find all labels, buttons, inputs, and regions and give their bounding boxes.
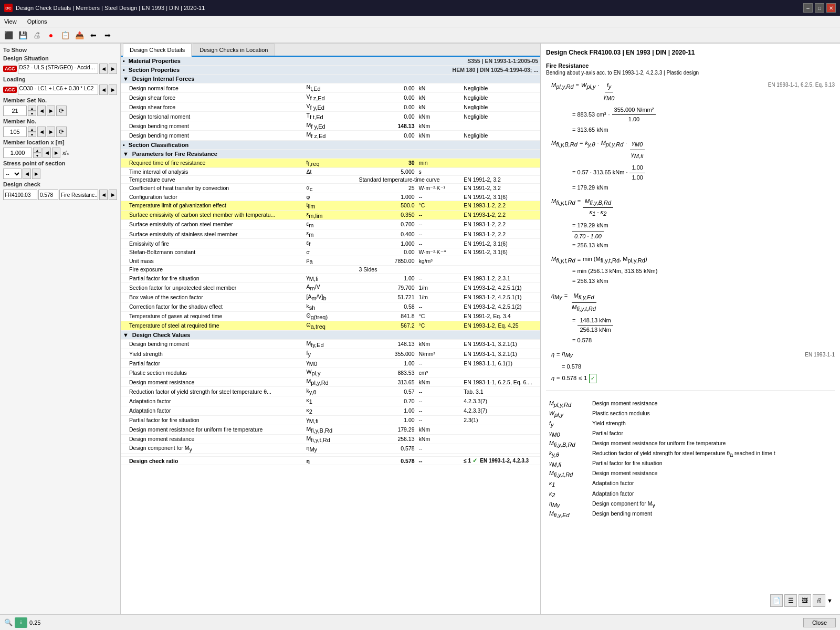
xloc-up[interactable]: ▲ [33,148,41,153]
mn-nav-down[interactable]: ▼ [28,132,36,137]
menu-options[interactable]: Options [25,17,49,26]
rp-btn-export[interactable]: 📄 [770,594,783,607]
cell-sym: Mfi,y,t,Rd [304,434,357,444]
search-icon[interactable]: 🔍 [4,618,13,626]
fp-collapse-icon[interactable]: ▼ [123,151,129,157]
ms-next[interactable]: ▶ [47,106,55,116]
dc-code[interactable]: FR4100.03 [3,190,37,200]
toolbar-btn-7[interactable]: ⬅ [87,29,100,41]
cell-val: 1.00 [356,274,416,283]
table-row: Adaptation factor κ1 0.70 -- 4.2.3.3(7) [121,396,540,406]
xloc-down[interactable]: ▼ [33,153,41,158]
cell-sym: Tf t,Ed [304,112,357,121]
stress-prev[interactable]: ◀ [23,169,31,179]
member-no-label: Member No. [3,118,117,124]
toolbar-btn-3[interactable]: 🖨 [30,29,43,41]
member-set-input[interactable]: 21 [3,106,27,116]
legend-row: γM0 Partial factor [547,429,834,438]
ms-prev[interactable]: ◀ [37,106,46,116]
legend-desc: Design moment resistance [590,400,834,408]
minimize-button[interactable]: – [803,3,813,13]
legend-row: fy Yield strength [547,419,834,428]
rp-btn-print[interactable]: 🖨 [813,594,825,607]
stress-point-select[interactable]: -- [3,169,22,179]
if-collapse-icon[interactable]: ▼ [123,76,129,82]
rp-subtitle1: Fire Resistance [546,62,835,69]
load-nav-next[interactable]: ▶ [109,85,117,95]
design-check-label: Design check [3,181,117,187]
eta-ref: EN 1993-1-1 [805,351,835,359]
cell-ref: EN 1991-2, 3.2 [461,183,540,193]
right-panel: Design Check FR4100.03 | EN 1993 | DIN |… [541,44,840,614]
legend-desc: Design moment resistance [590,469,834,478]
cell-val: 1.000 [356,193,416,201]
loading-dropdown[interactable]: CO30 - LC1 + LC6 + 0.30 * LC2 [18,85,99,95]
rp-btn-list[interactable]: ☰ [784,594,797,607]
toolbar-btn-2[interactable]: 💾 [16,29,29,41]
formula2-mply: Mpl,y,Rd [601,139,624,150]
xloc-next[interactable]: ▶ [52,148,60,158]
ms-refresh[interactable]: ⟳ [56,106,67,116]
load-nav-prev[interactable]: ◀ [99,85,108,95]
rp-dropdown-arrow[interactable]: ▼ [827,594,833,607]
toolbar-btn-5[interactable]: 📋 [59,29,71,41]
material-collapse-icon[interactable]: ▪ [123,58,125,64]
table-row: Design component for My ηMy 0.578 -- [121,444,540,453]
ms-nav-prev[interactable]: ▲ [28,106,36,111]
maximize-button[interactable]: □ [815,3,824,13]
dc-prev[interactable]: ◀ [99,190,108,200]
cell-name: Surface emissivity of carbon steel membe… [121,219,304,229]
etamy-result: = 0.578 [551,336,835,345]
sc-collapse-icon[interactable]: ▪ [123,142,125,148]
mn-prev[interactable]: ◀ [37,127,46,137]
cell-val: 1.00 [356,415,416,425]
rp-btn-frame[interactable]: 🖼 [799,594,811,607]
mn-next[interactable]: ▶ [47,127,55,137]
toolbar-btn-8[interactable]: ➡ [101,29,114,41]
etamy-val-num: 148.13 kNm [578,316,613,326]
formula2-val2-num: 1.00 [629,163,645,173]
section-collapse-icon[interactable]: ▪ [123,67,125,73]
ms-nav-next[interactable]: ▼ [28,111,36,116]
table-row: Fire exposure 3 Sides [121,266,540,274]
table-row: Design moment resistance Mpl,y,Rd 313.65… [121,377,540,387]
design-situation-dropdown[interactable]: DS2 - ULS (STR/GEO) - Accident... [18,64,99,74]
dcv-collapse-icon[interactable]: ▼ [123,332,129,338]
cell-ref: EN 1993-1-1, 6.1(1) [461,359,540,368]
cell-unit: -- [417,229,462,239]
close-button[interactable]: Close [803,618,836,627]
table-row: Design shear force Vf z,Ed 0.00 kN Negli… [121,93,540,102]
ds-nav-prev[interactable]: ◀ [99,64,108,74]
stress-point-label: Stress point of section [3,160,117,166]
close-window-button[interactable]: ✕ [826,3,836,13]
xloc-prev[interactable]: ◀ [43,148,51,158]
toolbar-btn-6[interactable]: 📤 [73,29,86,41]
member-location-input[interactable] [3,148,32,158]
member-no-input[interactable]: 105 [3,127,27,137]
cell-name: Configuration factor [121,193,304,201]
ds-nav-next[interactable]: ▶ [109,64,117,74]
formula2-val1: = 0.57 · 313.65 kNm · [572,168,627,177]
cell-sym: Vf z,Ed [304,93,357,102]
cell-sym: Θg(treq) [304,311,357,321]
dc-type[interactable]: Fire Resistanc... [59,190,98,200]
mn-refresh[interactable]: ⟳ [56,127,67,137]
mn-nav-up[interactable]: ▲ [28,127,36,132]
cell-val: 883.53 [356,368,416,377]
dc-ratio[interactable]: 0.578 [38,190,58,200]
cell-val: 500.0 [356,201,416,210]
eta-check-badge[interactable]: ✓ [589,374,596,383]
cell-ref: EN 1991-2, 3.2 [461,175,540,183]
tab-design-checks-location[interactable]: Design Checks in Location [193,44,275,56]
tab-design-check-details[interactable]: Design Check Details [123,44,192,57]
sc-header-text: Section Classification [129,142,188,148]
menu-view[interactable]: View [2,17,19,26]
etamy-den: Mfi,y,t,Rd [570,303,598,314]
table-row: Emissivity of fire εf 1.000 -- EN 1991-2… [121,239,540,248]
legend-sym: Wpl,y [547,410,589,418]
dc-next[interactable]: ▶ [109,190,117,200]
toolbar-btn-4[interactable]: ● [45,29,57,41]
stress-next[interactable]: ▶ [32,169,40,179]
cell-sym: [Am/V]b [304,292,357,302]
toolbar-btn-1[interactable]: ⬛ [2,29,15,41]
